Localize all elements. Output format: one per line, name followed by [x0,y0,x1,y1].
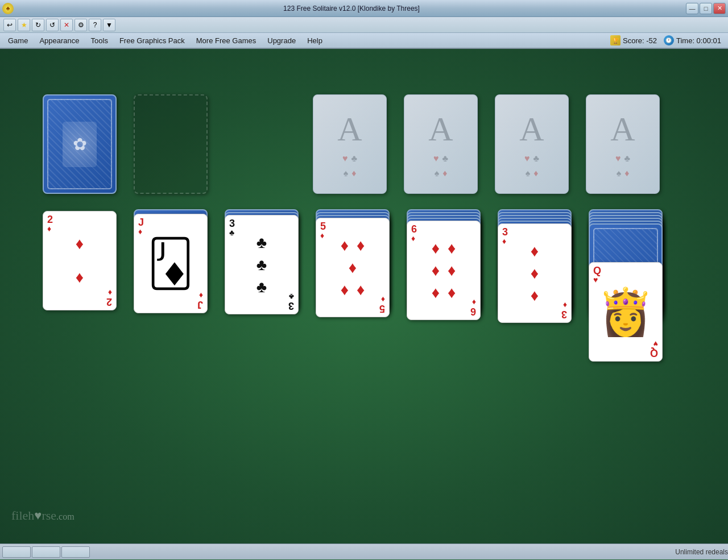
foundation-4-inner: A ♥ ♣ ♠ ♦ [586,95,659,193]
foundation-3[interactable]: A ♥ ♣ ♠ ♦ [495,94,569,194]
time-block: 🕐 Time: 0:00:01 [664,35,721,45]
ace-placeholder-2: A [428,110,453,149]
card-br-5d: 5 ♦ [379,296,385,314]
heart-sym: ♥ [342,154,348,164]
club-sym-3: ♣ [533,154,540,164]
tableau-col3-3c[interactable]: 3 ♣ ♣ ♣ ♣ 3 ♣ [225,215,299,314]
menu-upgrade[interactable]: Upgrade [262,35,301,47]
quickbar-btn-5[interactable]: ✕ [60,19,73,31]
foundation-4[interactable]: A ♥ ♣ ♠ ♦ [586,94,660,194]
time-icon: 🕐 [664,35,674,45]
menu-graphics-pack[interactable]: Free Graphics Pack [114,35,191,47]
statusbar-btn-3[interactable] [61,546,90,558]
menu-free-games[interactable]: More Free Games [191,35,262,47]
statusbar: Unlimited redeals [0,544,728,559]
diamond-sym-4: ♦ [624,168,629,179]
queen-face-glyph: 👸 [597,285,654,339]
menu-help[interactable]: Help [301,35,328,47]
suit-row-2b: ♠ ♦ [435,168,448,179]
tableau-col2-jack[interactable]: J ♦ 🃋 J ♦ [134,214,208,313]
unlimited-redeals-label: Unlimited redeals [675,548,728,556]
card-pips-3d: ♦ ♦ ♦ [504,240,565,306]
ace-placeholder-4: A [610,110,635,149]
quickbar-btn-1[interactable]: ↩ [3,19,16,31]
diamond-sym-3: ♦ [533,168,538,179]
card-pips-5d: ♦ ♦ ♦ ♦ ♦ [322,234,383,301]
card-br-qh: Q ♥ [650,340,658,358]
spade-sym-4: ♠ [617,168,622,179]
tableau-col4-5d[interactable]: 5 ♦ ♦ ♦ ♦ ♦ ♦ 5 ♦ [316,218,390,317]
spade-sym: ♠ [344,168,349,179]
heart-sym-2: ♥ [433,154,439,164]
game-area: ✿ A ♥ ♣ ♠ ♦ A ♥ ♣ ♠ ♦ [0,49,728,544]
card-pips-6d: ♦ ♦ ♦ ♦ ♦ ♦ [413,237,474,304]
window-title: 123 Free Solitaire v12.0 [Klondike by Th… [17,5,686,13]
spade-sym-2: ♠ [435,168,440,179]
maximize-button[interactable]: □ [700,3,712,14]
app-icon: ♣ [2,3,14,14]
foundation-2-inner: A ♥ ♣ ♠ ♦ [404,95,477,193]
foundation-2[interactable]: A ♥ ♣ ♠ ♦ [404,94,478,194]
waste-pile[interactable] [134,94,208,194]
quickbar-btn-2[interactable]: ★ [18,19,30,31]
score-value: Score: -52 [623,36,657,45]
close-button[interactable]: ✕ [713,3,726,14]
card-back-emblem: ✿ [63,122,97,167]
quickbar-btn-7[interactable]: ? [89,19,101,31]
menu-appearance[interactable]: Appearance [34,35,85,47]
window-controls: — □ ✕ [686,3,726,14]
time-value: Time: 0:00:01 [676,36,721,45]
statusbar-btn-1[interactable] [2,546,31,558]
jack-face-container: 🃋 [134,214,207,313]
menu-game[interactable]: Game [2,35,34,47]
heart-sym-3: ♥ [524,154,530,164]
card-back-pattern: ✿ [47,99,112,189]
tableau-col6-3d[interactable]: 3 ♦ ♦ ♦ ♦ 3 ♦ [498,223,572,323]
minimize-button[interactable]: — [686,3,698,14]
score-icon: 🏆 [610,35,621,45]
foundation-1[interactable]: A ♥ ♣ ♠ ♦ [313,94,387,194]
quickbar: ↩ ★ ↻ ↺ ✕ ⚙ ? ▼ [0,17,728,33]
statusbar-btn-2[interactable] [32,546,60,558]
suit-row-1b: ♠ ♦ [344,168,357,179]
card-pips-2d: ♦ ♦ [49,227,110,294]
tableau-col1-card1[interactable]: 2 ♦ ♦ ♦ 2 ♦ [43,211,117,310]
quickbar-btn-8[interactable]: ▼ [103,19,115,31]
card-br-jd: J ♦ [197,292,203,310]
suit-row-2: ♥ ♣ [433,154,448,164]
card-br-3c: 3 ♣ [288,293,294,311]
score-block: 🏆 Score: -52 [610,35,657,45]
foundation-3-inner: A ♥ ♣ ♠ ♦ [495,95,568,193]
club-sym-2: ♣ [442,154,449,164]
quickbar-btn-6[interactable]: ⚙ [75,19,87,31]
card-br-3d: 3 ♦ [561,301,567,320]
jack-face-glyph: 🃋 [147,237,194,290]
card-br-6d: 6 ♦ [470,298,476,317]
quickbar-btn-4[interactable]: ↺ [46,19,59,31]
suit-row-4: ♥ ♣ [615,154,630,164]
tableau-col5-6d[interactable]: 6 ♦ ♦ ♦ ♦ ♦ ♦ ♦ 6 ♦ [407,221,481,320]
menu-tools[interactable]: Tools [85,35,114,47]
suit-row-1: ♥ ♣ [342,154,357,164]
statusbar-left [0,546,90,558]
tableau-col7-qh[interactable]: Q ♥ 👸 Q ♥ [589,262,663,362]
foundation-1-inner: A ♥ ♣ ♠ ♦ [313,95,386,193]
stock-pile[interactable]: ✿ [43,94,117,194]
spade-sym-3: ♠ [526,168,531,179]
club-sym-4: ♣ [624,154,631,164]
suit-row-3b: ♠ ♦ [526,168,539,179]
menubar: Game Appearance Tools Free Graphics Pack… [0,33,728,49]
suit-row-3: ♥ ♣ [524,154,539,164]
quickbar-btn-3[interactable]: ↻ [32,19,44,31]
diamond-sym-2: ♦ [442,168,447,179]
card-br-2d: 2 ♦ [106,289,112,307]
ace-placeholder-3: A [519,110,544,149]
card-pips-3c: ♣ ♣ ♣ [231,231,292,298]
ace-placeholder-1: A [337,110,362,149]
watermark: fileh♥rse.com [11,508,75,523]
menubar-right: 🏆 Score: -52 🕐 Time: 0:00:01 [610,35,726,45]
heart-sym-4: ♥ [615,154,621,164]
club-sym: ♣ [351,154,358,164]
titlebar: ♣ 123 Free Solitaire v12.0 [Klondike by … [0,0,728,17]
suit-row-4b: ♠ ♦ [617,168,630,179]
